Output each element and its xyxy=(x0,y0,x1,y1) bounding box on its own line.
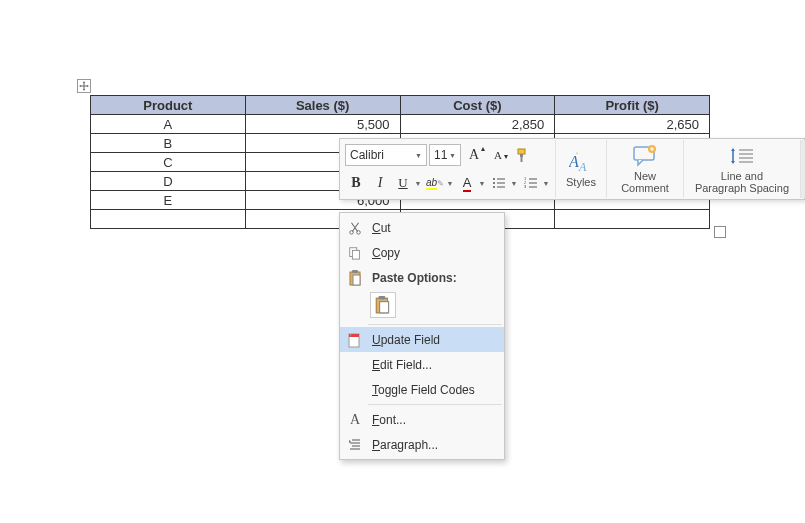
line-spacing-icon xyxy=(729,144,755,168)
chevron-down-icon: ▼ xyxy=(413,180,423,187)
menu-font[interactable]: A Font... xyxy=(340,407,504,432)
grow-font-button[interactable]: A▴ xyxy=(463,144,485,166)
numbering-button[interactable]: 1 2 3 ▼ xyxy=(521,172,551,194)
update-field-icon: ! xyxy=(344,330,366,350)
svg-text:A: A xyxy=(569,153,579,170)
cell-product[interactable]: C xyxy=(91,153,246,172)
table-row[interactable]: A 5,500 2,850 2,650 xyxy=(91,115,710,134)
col-header-product[interactable]: Product xyxy=(91,96,246,115)
line-spacing-button[interactable]: Line and Paragraph Spacing xyxy=(688,140,796,198)
svg-rect-36 xyxy=(353,275,360,285)
line-spacing-label: Line and Paragraph Spacing xyxy=(694,170,790,194)
font-size-value: 11 xyxy=(434,148,447,162)
svg-rect-38 xyxy=(379,296,386,299)
bullets-button[interactable]: ▼ xyxy=(489,172,519,194)
cell-sales[interactable]: 5,500 xyxy=(245,115,400,134)
svg-point-5 xyxy=(493,178,495,180)
context-menu: Cut Copy Paste Options: ! Update Field E… xyxy=(339,212,505,460)
cell-product[interactable] xyxy=(91,210,246,229)
chevron-down-icon: ▼ xyxy=(415,152,422,159)
bold-button[interactable]: B xyxy=(345,172,367,194)
menu-copy[interactable]: Copy xyxy=(340,240,504,265)
menu-toggle-field-codes[interactable]: Toggle Field Codes xyxy=(340,377,504,402)
cut-icon xyxy=(344,218,366,238)
underline-button[interactable]: U ▼ xyxy=(393,172,423,194)
cell-cost[interactable]: 2,850 xyxy=(400,115,555,134)
svg-point-30 xyxy=(350,230,354,234)
chevron-down-icon: ▼ xyxy=(445,180,455,187)
cell-product[interactable]: D xyxy=(91,172,246,191)
menu-cut[interactable]: Cut xyxy=(340,215,504,240)
chevron-down-icon: ▼ xyxy=(541,180,551,187)
menu-paste-options-header: Paste Options: xyxy=(340,265,504,290)
format-painter-button[interactable] xyxy=(511,144,533,166)
svg-rect-35 xyxy=(352,270,358,273)
cell-profit[interactable] xyxy=(555,210,710,229)
svg-text:A: A xyxy=(578,160,587,173)
new-comment-button[interactable]: New Comment xyxy=(611,140,679,198)
svg-point-31 xyxy=(357,230,361,234)
styles-label: Styles xyxy=(566,176,596,188)
font-name-selector[interactable]: Calibri ▼ xyxy=(345,144,427,166)
font-color-button[interactable]: A ▼ xyxy=(457,172,487,194)
col-header-sales[interactable]: Sales ($) xyxy=(245,96,400,115)
styles-icon: A A xyxy=(569,150,593,174)
chevron-down-icon: ▼ xyxy=(449,152,456,159)
table-move-handle[interactable] xyxy=(77,79,91,93)
cell-product[interactable]: E xyxy=(91,191,246,210)
svg-rect-3 xyxy=(520,154,523,157)
chevron-down-icon: ▼ xyxy=(509,180,519,187)
blank-icon xyxy=(344,380,366,400)
menu-paragraph[interactable]: Paragraph... xyxy=(340,432,504,457)
italic-button[interactable]: I xyxy=(369,172,391,194)
comment-icon xyxy=(632,144,658,168)
copy-icon xyxy=(344,243,366,263)
new-comment-label: New Comment xyxy=(617,170,673,194)
paste-icon xyxy=(344,268,366,288)
svg-point-9 xyxy=(493,186,495,188)
table-header-row: Product Sales ($) Cost ($) Profit ($) xyxy=(91,96,710,115)
font-size-selector[interactable]: 11 ▼ xyxy=(429,144,461,166)
svg-rect-33 xyxy=(352,250,359,259)
svg-text:3: 3 xyxy=(524,184,527,189)
svg-point-7 xyxy=(493,182,495,184)
menu-update-field[interactable]: ! Update Field xyxy=(340,327,504,352)
cell-product[interactable]: B xyxy=(91,134,246,153)
selection-marker xyxy=(714,226,726,238)
col-header-profit[interactable]: Profit ($) xyxy=(555,96,710,115)
menu-edit-field[interactable]: Edit Field... xyxy=(340,352,504,377)
svg-rect-39 xyxy=(380,302,389,313)
menu-separator xyxy=(368,324,502,325)
col-header-cost[interactable]: Cost ($) xyxy=(400,96,555,115)
shrink-font-button[interactable]: A▾ xyxy=(487,144,509,166)
svg-rect-2 xyxy=(518,149,525,154)
styles-button[interactable]: A A Styles xyxy=(560,140,602,198)
highlight-color-button[interactable]: ab✎ ▼ xyxy=(425,172,455,194)
cell-profit[interactable]: 2,650 xyxy=(555,115,710,134)
chevron-down-icon: ▼ xyxy=(477,180,487,187)
paste-keep-source-button[interactable] xyxy=(370,292,396,318)
paste-options-row xyxy=(340,290,504,322)
cell-product[interactable]: A xyxy=(91,115,246,134)
font-name-value: Calibri xyxy=(350,148,384,162)
paragraph-icon xyxy=(344,435,366,455)
blank-icon xyxy=(344,355,366,375)
menu-separator xyxy=(368,404,502,405)
mini-toolbar: Calibri ▼ 11 ▼ A▴ A▾ B I xyxy=(339,138,805,200)
font-icon: A xyxy=(344,410,366,430)
